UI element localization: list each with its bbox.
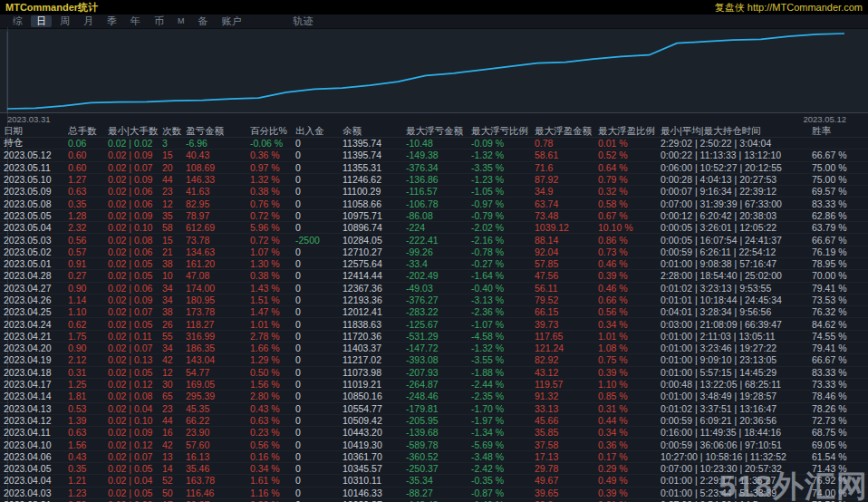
cell-deposit-withdrawal: 0 — [295, 138, 342, 149]
cell-max-float-profit: 35.85 — [535, 427, 598, 438]
cell-total-lots: 0.35 — [68, 198, 108, 209]
table-row[interactable]: 2023.04.240.620.02 | 0.0526118.271.01 %0… — [0, 318, 868, 330]
table-row[interactable]: 2023.04.171.250.02 | 0.1230169.051.56 %0… — [0, 379, 868, 391]
cell-date: 2023.04.14 — [4, 391, 68, 401]
table-row[interactable]: 2023.04.130.530.02 | 0.042345.350.43 %01… — [0, 403, 868, 415]
cell-max-float-profit-ratio: 0.34 % — [598, 427, 661, 438]
table-row[interactable]: 2023.05.110.600.02 | 0.0720108.690.97 %0… — [0, 162, 868, 174]
table-row[interactable]: 2023.04.270.900.02 | 0.0634174.001.43 %0… — [0, 283, 868, 294]
cell-balance: 11073.98 — [342, 367, 406, 378]
table-row[interactable]: 2023.04.192.120.02 | 0.1342143.041.29 %0… — [0, 354, 868, 366]
cell-win-rate: 78.26 % — [812, 403, 868, 414]
cell-holding-time: 0:00:59 | 36:06:06 | 97:10:51 — [661, 439, 812, 450]
cell-win-rate: 73.53 % — [812, 294, 868, 305]
cell-profit: 23.90 — [186, 427, 250, 438]
cell-max-float-profit-ratio: 0.49 % — [598, 475, 661, 486]
cell-deposit-withdrawal: 0 — [295, 174, 342, 185]
cell-deposit-withdrawal: 0 — [295, 222, 342, 233]
cell-max-float-profit-ratio: 1.08 % — [598, 343, 661, 353]
cell-max-float-profit: 121.24 — [535, 343, 598, 353]
table-row[interactable]: 持仓0.060.02 | 0.023-6.96-0.06 %011395.74-… — [0, 138, 868, 150]
menu-item-备[interactable]: 备 — [193, 15, 214, 27]
cell-min-max-lots: 0.02 | 0.05 — [108, 319, 162, 330]
menu-item-账户[interactable]: 账户 — [217, 15, 247, 27]
table-row[interactable]: 2023.04.211.750.02 | 0.1155316.992.78 %0… — [0, 331, 868, 343]
table-row[interactable]: 2023.05.051.280.02 | 0.093578.970.72 %01… — [0, 210, 868, 222]
cell-deposit-withdrawal: 0 — [295, 379, 342, 390]
table-row[interactable]: 2023.04.280.270.02 | 0.051047.080.38 %01… — [0, 270, 868, 282]
cell-min-max-lots: 0.02 | 0.05 — [108, 270, 162, 281]
cell-win-rate: 63.79 % — [812, 222, 868, 233]
table-row[interactable]: 2023.04.060.430.02 | 0.071316.130.16 %01… — [0, 451, 868, 463]
cell-deposit-withdrawal: 0 — [295, 331, 342, 342]
table-row[interactable]: 2023.04.101.560.02 | 0.124257.600.56 %01… — [0, 439, 868, 450]
cell-balance: 11838.63 — [342, 319, 406, 330]
cell-max-float-profit-ratio: 1.10 % — [598, 379, 661, 390]
cell-max-float-profit-ratio: 0.86 % — [598, 235, 661, 246]
cell-max-float-profit: 71.6 — [535, 162, 598, 173]
menu-item-周[interactable]: 周 — [54, 15, 75, 27]
table-row[interactable]: 2023.05.120.600.02 | 0.091540.430.36 %01… — [0, 150, 868, 161]
menu-item-轨迹[interactable]: 轨迹 — [288, 15, 319, 27]
cell-max-float-loss: -139.68 — [406, 427, 471, 438]
table-row[interactable]: 2023.05.090.630.02 | 0.062341.630.38 %01… — [0, 186, 868, 198]
cell-max-float-loss: -360.52 — [406, 451, 471, 462]
cell-min-max-lots: 0.02 | 0.06 — [108, 198, 162, 209]
cell-min-max-lots: 0.02 | 0.10 — [108, 415, 162, 426]
cell-trade-count: 65 — [162, 391, 186, 401]
cell-profit: 169.05 — [186, 379, 250, 390]
cell-percent: 0.43 % — [250, 403, 295, 414]
menu-item-日[interactable]: 日 — [31, 15, 52, 27]
table-row[interactable]: 2023.04.121.390.02 | 0.104466.220.63 %01… — [0, 415, 868, 427]
menu-item-M[interactable]: M — [172, 15, 190, 27]
cell-total-lots: 0.35 — [68, 463, 108, 474]
menu-item-币[interactable]: 币 — [149, 15, 169, 27]
header-date: 日期 — [4, 125, 68, 138]
cell-holding-time: 0:01:02 | 3:37:51 | 13:16:47 — [661, 403, 812, 414]
table-row[interactable]: 2023.04.050.350.02 | 0.051435.460.34 %01… — [0, 463, 868, 475]
equity-chart — [0, 29, 868, 113]
table-row[interactable]: 2023.04.141.810.02 | 0.0865295.392.80 %0… — [0, 391, 868, 402]
cell-date: 2023.05.02 — [4, 246, 68, 257]
cell-max-float-profit: 73.48 — [535, 210, 598, 221]
table-row[interactable]: 2023.04.200.900.02 | 0.0734186.351.66 %0… — [0, 343, 868, 354]
menu-item-年[interactable]: 年 — [125, 15, 146, 27]
cell-holding-time: 0:00:22 | 11:13:33 | 13:12:10 — [661, 150, 812, 160]
table-row[interactable]: 2023.04.180.310.02 | 0.051254.770.50 %01… — [0, 367, 868, 379]
cell-max-float-profit-ratio: 0.67 % — [598, 210, 661, 221]
table-row[interactable]: 2023.04.031.230.02 | 0.0550116.461.16 %0… — [0, 488, 868, 499]
cell-total-lots: 0.90 — [68, 343, 108, 353]
table-row[interactable]: 2023.04.251.100.02 | 0.0738173.781.47 %0… — [0, 306, 868, 318]
cell-balance: 10284.05 — [342, 235, 406, 246]
cell-max-float-loss: -179.81 — [406, 403, 471, 414]
table-row[interactable]: 2023.04.041.210.02 | 0.0452163.781.61 %0… — [0, 475, 868, 487]
table-row[interactable]: 2023.05.101.270.02 | 0.0944146.331.32 %0… — [0, 174, 868, 186]
cell-max-float-profit: 0.78 — [535, 138, 598, 149]
cell-profit: 73.78 — [186, 235, 250, 246]
cell-balance: 10310.11 — [342, 475, 406, 486]
menu-item-综[interactable]: 综 — [7, 15, 28, 27]
titlebar-site-link[interactable]: 复盘侠 http://MTCommander.com — [715, 1, 863, 14]
cell-trade-count: 26 — [162, 319, 186, 330]
header-win-rate: 胜率 — [812, 125, 868, 138]
cell-balance: 11403.37 — [342, 343, 406, 353]
menu-item-季[interactable]: 季 — [101, 15, 122, 27]
table-row[interactable]: 2023.05.080.350.02 | 0.061282.950.76 %01… — [0, 198, 868, 209]
cell-max-float-loss-ratio: -0.79 % — [471, 210, 535, 221]
cell-win-rate: 78.46 % — [812, 391, 868, 401]
table-row[interactable]: 2023.05.010.910.02 | 0.0538161.201.30 %0… — [0, 258, 868, 270]
cell-max-float-loss-ratio: -2.35 % — [471, 391, 535, 401]
menu-item-月[interactable]: 月 — [78, 15, 99, 27]
cell-total-lots: 1.10 — [68, 306, 108, 317]
table-row[interactable]: 2023.05.030.560.02 | 0.081573.780.72 %-2… — [0, 234, 868, 246]
table-row[interactable]: 2023.05.042.320.02 | 0.1058612.695.96 %0… — [0, 222, 868, 234]
cell-total-lots: 0.62 — [68, 319, 108, 330]
cell-date: 2023.04.18 — [4, 367, 68, 378]
cell-percent: 0.72 % — [250, 235, 295, 246]
table-row[interactable]: 2023.05.020.570.02 | 0.0621134.631.07 %0… — [0, 246, 868, 258]
cell-deposit-withdrawal: 0 — [295, 319, 342, 330]
cell-profit: 161.20 — [186, 258, 250, 269]
table-row[interactable]: 2023.04.261.140.02 | 0.0934180.951.51 %0… — [0, 294, 868, 306]
cell-deposit-withdrawal: -2500 — [295, 235, 342, 246]
table-row[interactable]: 2023.04.110.630.02 | 0.091623.900.23 %01… — [0, 427, 868, 439]
